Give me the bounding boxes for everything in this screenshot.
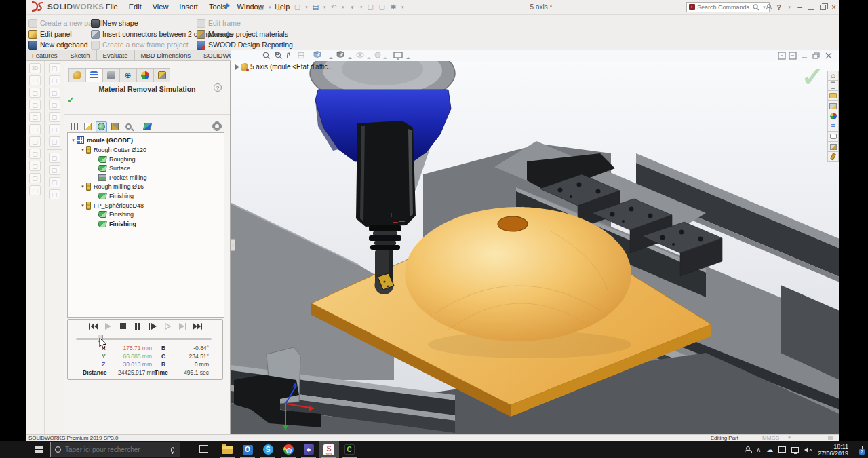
taskbar-search-input[interactable]	[65, 446, 167, 453]
settings-gear-icon[interactable]	[214, 123, 220, 130]
child-window-controls[interactable]	[778, 51, 835, 60]
notifications-icon[interactable]: 2	[854, 446, 863, 453]
new-shape-button[interactable]: New shape	[91, 18, 138, 28]
options-gear-icon[interactable]	[389, 2, 399, 12]
tool-icon[interactable]	[49, 165, 60, 175]
appearances-button[interactable]	[827, 111, 839, 121]
search-commands-input[interactable]	[697, 4, 751, 11]
columns-view-button[interactable]	[68, 121, 80, 132]
close-button[interactable]: ×	[831, 0, 836, 15]
tool-icon[interactable]	[29, 161, 41, 171]
pause-button[interactable]	[134, 322, 142, 330]
play-button[interactable]	[104, 322, 113, 330]
tool-icon[interactable]	[49, 153, 60, 163]
tree-row[interactable]: ▼Rough milling Ø16	[68, 182, 224, 191]
taskbar-solidworks[interactable]: S2019	[319, 441, 339, 458]
pin-menu-icon[interactable]	[222, 3, 231, 11]
caret-down-icon[interactable]: ▼	[304, 5, 309, 9]
sheet-icon[interactable]	[377, 2, 387, 12]
home-button[interactable]	[827, 71, 839, 81]
fullscreen-button[interactable]	[808, 5, 814, 10]
go-to-end-button[interactable]	[193, 322, 202, 330]
taskbar-app[interactable]: ◆	[298, 441, 319, 458]
swood-design-reporting-button[interactable]: SWOOD Design Reporting	[197, 40, 293, 50]
tab-mbd-dimensions[interactable]: MBD Dimensions	[135, 50, 197, 60]
tool-icon[interactable]	[29, 75, 41, 85]
go-to-next-button[interactable]	[178, 322, 187, 330]
tree-row[interactable]: ▼moule (GCODE)	[68, 136, 224, 145]
inspect-button[interactable]	[123, 121, 134, 132]
tool-icon[interactable]	[29, 149, 41, 159]
cnc-3d-scene[interactable]	[231, 61, 839, 434]
clock[interactable]: 18:11 27/06/2019	[818, 443, 848, 457]
tool-icon[interactable]	[29, 124, 41, 134]
tree-row[interactable]: Finishing	[68, 210, 224, 218]
print-icon[interactable]	[311, 2, 321, 12]
tree-row[interactable]: Pocket milling	[68, 173, 224, 182]
caret-down-icon[interactable]: ▼	[401, 5, 405, 9]
panel-flyout-handle[interactable]: ›	[231, 239, 235, 251]
people-icon[interactable]	[745, 446, 751, 453]
taskbar-outlook[interactable]: O	[237, 441, 258, 458]
tool-icon[interactable]	[49, 75, 60, 85]
tab-features[interactable]: Features	[26, 50, 64, 60]
restore-button[interactable]	[820, 5, 826, 10]
onedrive-cloud-icon[interactable]: ☁	[766, 446, 773, 453]
search-icon[interactable]	[753, 4, 760, 11]
menu-file[interactable]: File	[100, 0, 123, 15]
tool-icon[interactable]	[49, 63, 60, 73]
tab-appearance[interactable]	[136, 68, 153, 82]
tool-icon[interactable]	[49, 124, 60, 134]
tab-sketch[interactable]: Sketch	[64, 50, 97, 60]
tree-row[interactable]: Roughing	[68, 155, 224, 164]
feature-tree-root-label[interactable]: 5 axis (moule <Etat d'affic...	[250, 63, 334, 71]
undo-icon[interactable]	[329, 2, 339, 12]
tool-icon[interactable]	[29, 100, 41, 110]
speaker-muted-icon[interactable]: ×	[804, 446, 812, 453]
tool-icon[interactable]	[49, 136, 60, 147]
edit-operation-button[interactable]	[82, 121, 94, 132]
help-icon[interactable]: ?	[777, 3, 782, 12]
step-forward-button[interactable]	[149, 322, 157, 330]
taskbar-search[interactable]	[50, 442, 180, 457]
tool-icon[interactable]	[49, 189, 60, 199]
tray-app-icon[interactable]	[778, 446, 786, 453]
tree-row[interactable]: Finishing	[68, 191, 224, 200]
caret-down-icon[interactable]: ▼	[787, 435, 791, 441]
tree-row[interactable]: ▼FP_SphériqueD48	[68, 201, 224, 210]
tool-icon[interactable]	[29, 185, 41, 195]
user-account-icon[interactable]	[765, 4, 772, 11]
new-file-icon[interactable]	[256, 2, 266, 12]
caret-down-icon[interactable]: ▼	[787, 5, 791, 9]
tab-simulation[interactable]	[85, 68, 102, 82]
minimize-button[interactable]: –	[797, 0, 802, 15]
toolbox-button[interactable]	[827, 142, 839, 152]
feature-tree-overlay[interactable]: 5 axis (moule <Etat d'affic...	[235, 63, 334, 71]
tool-icon[interactable]	[29, 88, 41, 98]
search-commands-box[interactable]: › ▼	[686, 2, 770, 12]
taskbar-skype[interactable]: S	[258, 441, 278, 458]
tool-icon[interactable]	[49, 177, 60, 187]
forum-button[interactable]	[827, 132, 839, 142]
taskbar-file-explorer[interactable]	[217, 441, 237, 458]
custom-properties-button[interactable]	[827, 121, 839, 132]
new-edgeband-button[interactable]: New edgeband	[28, 40, 88, 50]
edit-panel-button[interactable]: Edit panel	[28, 29, 72, 39]
caret-down-icon[interactable]: ▼	[268, 5, 272, 9]
go-to-start-button[interactable]	[89, 322, 98, 330]
taskbar-chrome[interactable]	[278, 441, 298, 458]
chevron-up-icon[interactable]: ∧	[756, 446, 761, 453]
caret-down-icon[interactable]: ▼	[286, 5, 290, 9]
save-icon[interactable]	[292, 2, 302, 12]
caret-down-icon[interactable]: ▼	[341, 5, 345, 9]
ok-check-icon[interactable]: ✓	[67, 95, 75, 105]
heads-up-view-toolbar[interactable]	[261, 51, 410, 60]
tool-icon[interactable]	[29, 112, 41, 122]
timeline-slider[interactable]	[76, 338, 212, 340]
3d-sketch-icon[interactable]	[29, 63, 41, 73]
tool-icon[interactable]	[49, 88, 60, 98]
tool-icon[interactable]	[49, 100, 60, 110]
play-range-button[interactable]	[163, 322, 172, 330]
caret-down-icon[interactable]: ▼	[323, 5, 327, 9]
expand-arrow-icon[interactable]	[235, 64, 239, 70]
